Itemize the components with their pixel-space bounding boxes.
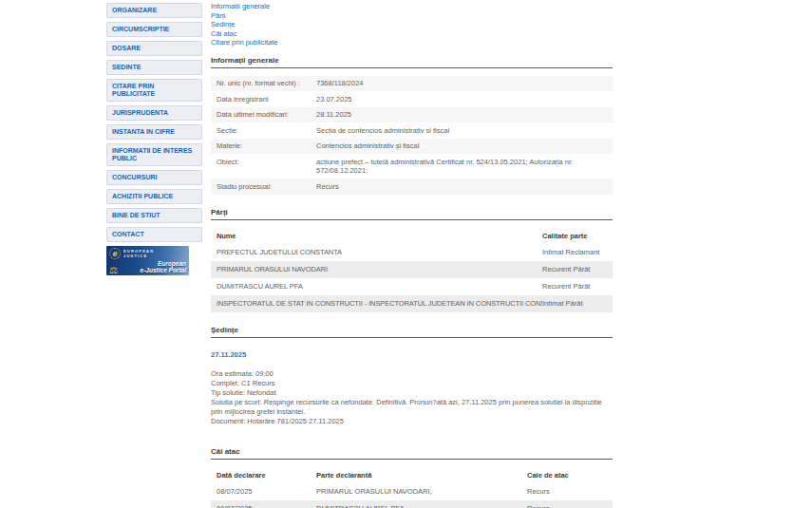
table-row: Data inregistrarii 23.07.2025 xyxy=(211,91,613,107)
section-title-cai-atac: Căi atac xyxy=(211,447,613,460)
party-name: PRIMARUL ORASULUI NAVODARI xyxy=(217,265,542,273)
sidebar-item-bine-de-stiut[interactable]: BINE DE STIUT xyxy=(106,208,202,223)
table-row: Data ultimei modificari: 28.11.2025 xyxy=(211,107,613,123)
section-anchor-links: Informații generale Părți Ședințe Căi at… xyxy=(211,2,613,47)
table-row: Sectie: Secția de contencios administrat… xyxy=(211,122,613,139)
sidebar-item-citare-prin-publicitate[interactable]: CITARE PRIN PUBLICITATE xyxy=(106,79,202,102)
row-label: Sectie: xyxy=(217,126,316,136)
scales-of-justice-icon: ⚖ xyxy=(109,265,118,275)
party-name: INSPECTORATUL DE STAT IN CONSTRUCTII - I… xyxy=(217,299,542,308)
section-title-informatii-generale: Informații generale xyxy=(211,56,613,68)
general-info-table: Nr. unic (nr. format vechi) : 7368/118/2… xyxy=(211,76,613,195)
party-name: DUMITRASCU AUREL PFA xyxy=(217,282,542,291)
row-value: Secția de contencios administrativ si fi… xyxy=(316,126,607,136)
row-label: Materie: xyxy=(217,141,316,151)
eu-stars-e-emblem-icon: e xyxy=(109,248,121,259)
sidebar-item-circumscriptie[interactable]: CIRCUMSCRIPTIE xyxy=(106,22,202,37)
sidebar-item-concursuri[interactable]: CONCURSURI xyxy=(106,170,202,185)
party-quality: Recurent Pârât xyxy=(542,282,607,291)
table-row: 09/07/2025 DUMITRASCU AUREL PFA, Recurs xyxy=(211,500,613,508)
section-title-parti: Părți xyxy=(211,208,613,220)
sidebar: ORGANIZARE CIRCUMSCRIPTIE DOSARE SEDINTE… xyxy=(106,3,202,275)
european-ejustice-portal-banner[interactable]: e EUROPEAN JUSTICE ⚖ European e-Justice … xyxy=(106,246,189,275)
row-label: Nr. unic (nr. format vechi) : xyxy=(217,79,316,88)
sidebar-item-instanta-in-cifre[interactable]: INSTANTA IN CIFRE xyxy=(106,124,202,140)
table-row: Materie: Contencios administrativ și fis… xyxy=(211,139,613,155)
table-row: Stadiu procesual: Recurs xyxy=(211,179,613,195)
appeal-party: PRIMARUL ORASULUI NAVODARI, xyxy=(316,487,527,496)
anchor-parti[interactable]: Părți xyxy=(211,11,613,21)
section-title-sedinte: Ședințe xyxy=(211,326,613,338)
hearing-detail-line: Tip solutie: Nefondat xyxy=(211,388,613,398)
party-quality: Recurent Pârât xyxy=(542,265,607,273)
table-row: 08/07/2025 PRIMARUL ORASULUI NAVODARI, R… xyxy=(211,483,613,500)
row-value: acțiune prefect – tutelă administrativă … xyxy=(316,158,607,176)
anchor-citare-prin-publicitate[interactable]: Citare prin publicitate xyxy=(211,38,613,47)
anchor-sedinte[interactable]: Ședințe xyxy=(211,20,613,29)
table-row: Obiect: acțiune prefect – tutelă adminis… xyxy=(211,154,613,179)
anchor-cai-atac[interactable]: Căi atac xyxy=(211,29,613,39)
hearing-detail-line: Document: Hotarâre 781/2025 27.11.2025 xyxy=(211,417,613,426)
table-row: DUMITRASCU AUREL PFA Recurent Pârât xyxy=(211,278,613,295)
parties-table-header: Nume Calitate parte xyxy=(211,228,613,244)
section-cai-atac: Căi atac Dată declarare Parte declarantă… xyxy=(211,447,613,508)
table-row: INSPECTORATUL DE STAT IN CONSTRUCTII - I… xyxy=(211,295,613,312)
column-header-data-declarare: Dată declarare xyxy=(217,471,316,480)
appeal-date: 09/07/2025 xyxy=(217,504,316,508)
sidebar-item-jurisprudenta[interactable]: JURISPRUDENTA xyxy=(106,105,202,121)
row-label: Data ultimei modificari: xyxy=(217,110,316,120)
case-detail-content: Informații generale Părți Ședințe Căi at… xyxy=(211,2,613,508)
row-label: Stadiu procesual: xyxy=(217,182,316,192)
table-row: PREFECTUL JUDETULUI CONSTANTA Intimat Re… xyxy=(211,244,613,261)
hearing-detail-line: Ora estimata: 09:00 xyxy=(211,369,613,379)
party-quality: Intimat Pârât xyxy=(542,299,607,308)
column-header-cale-de-atac: Cale de atac xyxy=(527,471,607,480)
sidebar-item-dosare[interactable]: DOSARE xyxy=(106,41,202,56)
section-sedinte: Ședințe 27.11.2025 Ora estimata: 09:00 C… xyxy=(211,326,613,426)
row-value: Recurs xyxy=(316,182,607,192)
hearing-detail-line: Solutia pe scurt: Respinge recursurile c… xyxy=(211,398,613,417)
column-header-nume: Nume xyxy=(217,232,542,240)
row-value: 23.07.2025 xyxy=(316,95,607,104)
row-value: 28.11.2025 xyxy=(316,110,607,120)
column-header-calitate-parte: Calitate parte xyxy=(542,232,607,240)
row-value: Contencios administrativ și fiscal xyxy=(316,141,607,151)
row-label: Obiect: xyxy=(217,158,316,176)
anchor-informatii-generale[interactable]: Informații generale xyxy=(211,2,613,11)
column-header-parte-declaranta: Parte declarantă xyxy=(316,471,527,480)
table-row: PRIMARUL ORASULUI NAVODARI Recurent Pârâ… xyxy=(211,261,613,278)
ejustice-portal-caption: European e-Justice Portal xyxy=(141,260,186,273)
appeals-table: Dată declarare Parte declarantă Cale de … xyxy=(211,467,613,508)
parties-table: Nume Calitate parte PREFECTUL JUDETULUI … xyxy=(211,228,613,312)
row-value: 7368/118/2024 xyxy=(316,79,607,88)
section-parti: Părți Nume Calitate parte PREFECTUL JUDE… xyxy=(211,208,613,312)
sidebar-item-organizare[interactable]: ORGANIZARE xyxy=(106,3,202,18)
party-quality: Intimat Reclamant xyxy=(542,248,607,256)
hearing-date-link[interactable]: 27.11.2025 xyxy=(211,350,246,359)
table-row: Nr. unic (nr. format vechi) : 7368/118/2… xyxy=(211,76,613,92)
sidebar-item-achizitii-publice[interactable]: ACHIZITII PUBLICE xyxy=(106,189,202,204)
appeals-table-header: Dată declarare Parte declarantă Cale de … xyxy=(211,467,613,483)
party-name: PREFECTUL JUDETULUI CONSTANTA xyxy=(217,248,542,256)
sidebar-item-sedinte[interactable]: SEDINTE xyxy=(106,60,202,75)
appeal-date: 08/07/2025 xyxy=(217,487,316,496)
sidebar-item-informatii-de-interes-public[interactable]: INFORMATII DE INTERES PUBLIC xyxy=(106,143,202,166)
sidebar-item-contact[interactable]: CONTACT xyxy=(106,227,202,242)
court-portal-page: ORGANIZARE CIRCUMSCRIPTIE DOSARE SEDINTE… xyxy=(0,0,812,508)
ejustice-wordmark: EUROPEAN JUSTICE xyxy=(123,249,154,258)
hearing-detail-line: Complet: C1 Recurs xyxy=(211,379,613,388)
hearing-details: Ora estimata: 09:00 Complet: C1 Recurs T… xyxy=(211,369,613,426)
section-informatii-generale: Informații generale Nr. unic (nr. format… xyxy=(211,56,613,195)
appeal-type: Recurs xyxy=(527,504,607,508)
row-label: Data inregistrarii xyxy=(217,95,316,104)
appeal-type: Recurs xyxy=(527,487,607,496)
appeal-party: DUMITRASCU AUREL PFA, xyxy=(316,504,527,508)
